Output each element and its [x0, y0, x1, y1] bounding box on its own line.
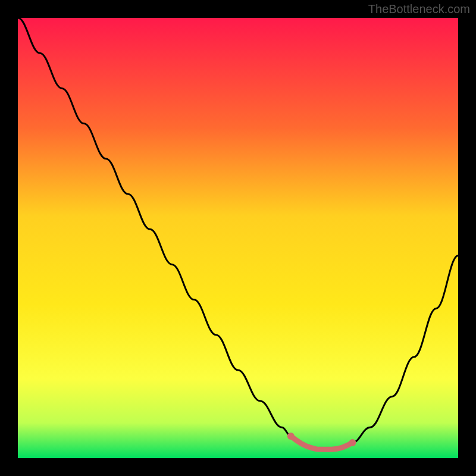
flat-region-highlight	[291, 436, 353, 449]
flat-region-dot-left	[287, 433, 295, 440]
flat-region-dot-right	[349, 439, 356, 446]
chart-plot-area	[18, 18, 458, 458]
bottleneck-curve-svg	[18, 18, 458, 458]
bottleneck-curve-line	[18, 18, 458, 449]
watermark-text: TheBottleneck.com	[368, 2, 470, 16]
